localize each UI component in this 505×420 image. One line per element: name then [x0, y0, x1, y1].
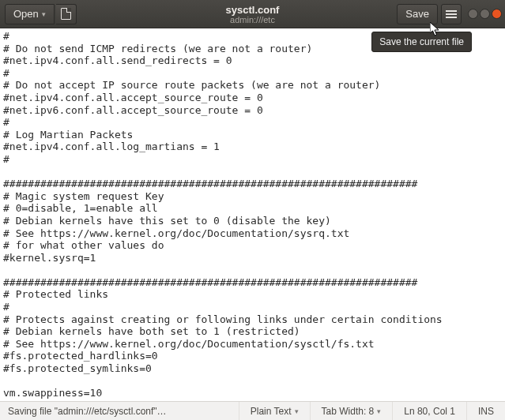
window-subtitle: admin:///etc	[230, 15, 275, 24]
cursor-position-label: Ln 80, Col 1	[404, 406, 455, 417]
text-editor[interactable]: # # Do not send ICMP redirects (we are n…	[0, 28, 505, 401]
save-tooltip: Save the current file	[371, 32, 472, 52]
save-button-label: Save	[405, 8, 429, 20]
editor-content: # # Do not send ICMP redirects (we are n…	[3, 30, 502, 399]
open-button[interactable]: Open ▾	[5, 4, 55, 24]
new-document-button[interactable]	[56, 4, 77, 24]
document-icon	[61, 8, 71, 20]
cursor-position: Ln 80, Col 1	[392, 402, 466, 420]
headerbar-left: Open ▾	[0, 4, 77, 24]
close-button[interactable]	[492, 9, 502, 19]
window-title: sysctl.conf	[226, 4, 280, 16]
chevron-down-icon: ▾	[377, 407, 381, 415]
insert-mode-label: INS	[478, 406, 494, 417]
tab-width-selector[interactable]: Tab Width: 8 ▾	[310, 402, 393, 420]
statusbar-message: Saving file "admin:///etc/sysctl.conf"…	[0, 406, 167, 417]
open-button-label: Open	[13, 8, 39, 20]
maximize-button[interactable]	[480, 9, 490, 19]
language-label: Plain Text	[251, 406, 292, 417]
window-controls	[468, 9, 502, 19]
chevron-down-icon: ▾	[42, 10, 46, 18]
language-selector[interactable]: Plain Text ▾	[239, 402, 310, 420]
insert-mode-indicator[interactable]: INS	[466, 402, 505, 420]
save-button[interactable]: Save	[397, 4, 438, 24]
minimize-button[interactable]	[468, 9, 478, 19]
statusbar: Saving file "admin:///etc/sysctl.conf"… …	[0, 401, 505, 420]
hamburger-icon	[446, 13, 457, 15]
tab-width-label: Tab Width: 8	[322, 406, 375, 417]
menu-button[interactable]	[441, 4, 462, 24]
chevron-down-icon: ▾	[295, 407, 299, 415]
headerbar-right: Save	[397, 4, 505, 24]
headerbar: Open ▾ sysctl.conf admin:///etc Save	[0, 0, 505, 28]
